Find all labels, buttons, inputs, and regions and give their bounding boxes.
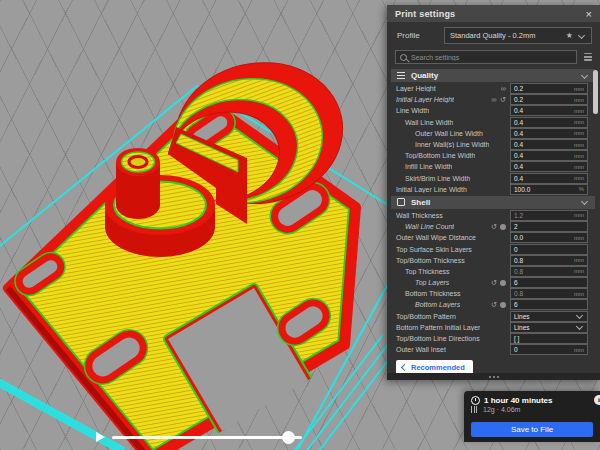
- panel-header[interactable]: Print settings ×: [387, 5, 600, 22]
- panel-resize-grip[interactable]: [387, 373, 600, 380]
- layer-slider-handle[interactable]: [282, 431, 295, 444]
- setting-value-box[interactable]: 0.2 mm: [510, 94, 588, 105]
- setting-row[interactable]: Initial Layer Line Width 100.0 %: [387, 184, 600, 195]
- layer-slider[interactable]: [96, 428, 302, 446]
- setting-label: Top/Bottom Line Directions: [396, 335, 480, 342]
- setting-value-box[interactable]: 0.4 mm: [510, 161, 588, 172]
- setting-value: 0.2: [514, 85, 523, 92]
- setting-value-box[interactable]: 0.8 mm: [510, 288, 588, 299]
- setting-value-box[interactable]: Lines: [510, 311, 588, 322]
- setting-row[interactable]: Bottom Thickness 0.8 mm: [387, 288, 600, 299]
- setting-value-box[interactable]: 0.8 mm: [510, 255, 588, 266]
- setting-row[interactable]: Top Thickness 0.8 mm: [387, 266, 600, 277]
- close-icon[interactable]: ×: [586, 9, 592, 19]
- filter-icon[interactable]: [584, 53, 592, 61]
- job-time-row: 1 hour 40 minutes: [471, 396, 593, 405]
- setting-unit: mm: [574, 119, 584, 125]
- section-header[interactable]: Shell: [391, 196, 595, 209]
- setting-row[interactable]: Top/Bottom Line Width 0.4 mm: [387, 150, 600, 161]
- setting-value-box[interactable]: 6: [510, 299, 588, 310]
- chevron-left-icon: [401, 364, 408, 371]
- layer-slider-track[interactable]: [112, 436, 302, 439]
- setting-value-box[interactable]: 0.4 mm: [510, 139, 588, 150]
- setting-label: Wall Thickness: [396, 212, 443, 219]
- panel-title: Print settings: [395, 9, 455, 19]
- shell-icon: [397, 198, 405, 206]
- setting-row[interactable]: Layer Height 0.2 mm: [387, 83, 600, 94]
- section-header[interactable]: Quality: [391, 69, 595, 82]
- setting-value-box[interactable]: [ ]: [510, 333, 588, 344]
- setting-label: Wall Line Count: [396, 223, 454, 230]
- setting-unit: mm: [574, 175, 584, 181]
- search-box[interactable]: [395, 50, 577, 64]
- setting-label: Layer Height: [396, 85, 436, 92]
- setting-row[interactable]: Outer Wall Line Width 0.4 mm: [387, 128, 600, 139]
- setting-row[interactable]: Top/Bottom Line Directions [ ]: [387, 333, 600, 344]
- setting-label: Bottom Layers: [396, 301, 460, 308]
- model-preview[interactable]: [8, 50, 356, 450]
- scrollbar-thumb[interactable]: [593, 70, 598, 114]
- setting-value-box[interactable]: 6: [510, 277, 588, 288]
- info-icon[interactable]: [500, 280, 506, 286]
- setting-value: [ ]: [514, 335, 519, 342]
- setting-value: 1.2: [514, 212, 523, 219]
- save-to-file-button[interactable]: Save to File: [471, 422, 593, 437]
- setting-row[interactable]: Inner Wall(s) Line Width 0.4 mm: [387, 139, 600, 150]
- setting-value-box[interactable]: 0.4 mm: [510, 128, 588, 139]
- setting-value-box[interactable]: 0.4 mm: [510, 173, 588, 184]
- setting-row[interactable]: Line Width 0.4 mm: [387, 105, 600, 116]
- setting-value-box[interactable]: 0.8 mm: [510, 266, 588, 277]
- info-icon[interactable]: i: [594, 395, 600, 405]
- setting-value-box[interactable]: 1.2 mm: [510, 210, 588, 221]
- search-input[interactable]: [411, 54, 572, 61]
- setting-row[interactable]: Top Layers 6: [387, 277, 600, 288]
- setting-row[interactable]: Top/Bottom Thickness 0.8 mm: [387, 255, 600, 266]
- info-icon[interactable]: [500, 302, 506, 308]
- info-icon[interactable]: [500, 224, 506, 230]
- setting-label: Line Width: [396, 107, 429, 114]
- setting-value-box[interactable]: 0: [510, 244, 588, 255]
- revert-icon[interactable]: [491, 301, 497, 308]
- setting-row[interactable]: Top/Bottom Pattern Lines: [387, 311, 600, 322]
- setting-row[interactable]: Infill Line Width 0.4 mm: [387, 161, 600, 172]
- setting-value: 0: [514, 346, 518, 353]
- setting-value-box[interactable]: 0.4 mm: [510, 105, 588, 116]
- revert-icon[interactable]: [491, 223, 497, 230]
- setting-unit: mm: [574, 86, 584, 92]
- profile-dropdown[interactable]: Standard Quality - 0.2mm ★: [444, 27, 592, 44]
- setting-value: 0.8: [514, 257, 523, 264]
- revert-icon[interactable]: [500, 96, 506, 103]
- setting-value-box[interactable]: 0.2 mm: [510, 83, 588, 94]
- setting-value: 0.2: [514, 96, 523, 103]
- link-icon[interactable]: [501, 85, 506, 92]
- setting-value-box[interactable]: 100.0 %: [510, 184, 588, 195]
- setting-row[interactable]: Wall Line Width 0.4 mm: [387, 117, 600, 128]
- setting-row[interactable]: Wall Thickness 1.2 mm: [387, 210, 600, 221]
- setting-value-box[interactable]: 2: [510, 221, 588, 232]
- setting-row[interactable]: Outer Wall Wipe Distance 0.0 mm: [387, 232, 600, 243]
- setting-label: Top Layers: [396, 279, 449, 286]
- setting-unit: mm: [574, 153, 584, 159]
- setting-row[interactable]: Wall Line Count 2: [387, 221, 600, 232]
- scrollbar[interactable]: [593, 68, 598, 358]
- setting-row[interactable]: Skirt/Brim Line Width 0.4 mm: [387, 173, 600, 184]
- link-icon[interactable]: [491, 96, 496, 103]
- panel-footer: Recommended: [387, 358, 600, 380]
- revert-icon[interactable]: [491, 279, 497, 286]
- setting-row[interactable]: Bottom Pattern Initial Layer Lines: [387, 322, 600, 333]
- setting-value: 0.4: [514, 141, 523, 148]
- quality-icon: [397, 72, 405, 79]
- setting-row[interactable]: Bottom Layers 6: [387, 299, 600, 310]
- setting-value-box[interactable]: Lines: [510, 322, 588, 333]
- setting-row[interactable]: Initial Layer Height 0.2 mm: [387, 94, 600, 105]
- setting-row[interactable]: Top Surface Skin Layers 0: [387, 243, 600, 254]
- setting-value-box[interactable]: 0.4 mm: [510, 150, 588, 161]
- section-title: Shell: [411, 198, 430, 207]
- setting-value-box[interactable]: 0.4 mm: [510, 117, 588, 128]
- setting-value-box[interactable]: 0.0 mm: [510, 232, 588, 243]
- setting-label: Top/Bottom Pattern: [396, 313, 456, 320]
- star-icon[interactable]: ★: [566, 32, 573, 40]
- play-icon[interactable]: [96, 432, 105, 442]
- setting-value-box[interactable]: 0 mm: [510, 344, 588, 355]
- setting-row[interactable]: Outer Wall Inset 0 mm: [387, 344, 600, 355]
